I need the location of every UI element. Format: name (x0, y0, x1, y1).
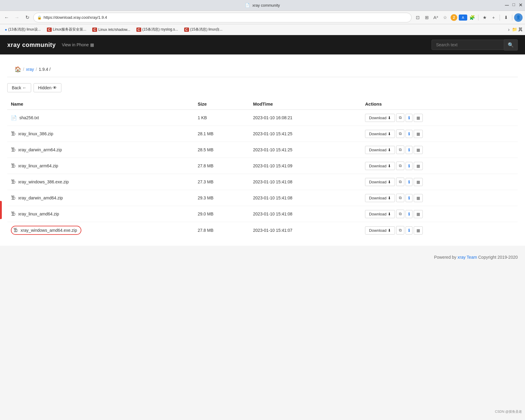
info-button[interactable]: ℹ (406, 194, 412, 202)
download-label: Download (369, 180, 386, 184)
bookmark-item-1[interactable]: ● (13条消息) linux设... (2, 26, 43, 33)
download-icon: ⬇ (388, 212, 391, 216)
qr-icon: ▦ (416, 116, 420, 120)
bookmark-label-3: Linux /etc/shadow... (98, 28, 130, 32)
table-row: 🗜 xray_darwin_amd64.zip 29.3 MB 2023-01-… (7, 190, 518, 206)
copy-link-button[interactable]: ⧉ (396, 210, 404, 218)
file-name-cell: 📄 sha256.txt (7, 110, 194, 126)
download-button[interactable]: Download ⬇ (365, 194, 395, 202)
breadcrumb-home[interactable]: 🏠 (15, 66, 21, 73)
download-label: Download (369, 196, 386, 200)
copy-icon: ⧉ (399, 131, 402, 136)
favorites-button[interactable]: ☆ (441, 13, 449, 22)
table-row: 🗜 xray_linux_amd64.zip 29.0 MB 2023-01-1… (7, 206, 518, 222)
collections-button[interactable]: 2 (450, 13, 458, 22)
qr-button[interactable]: ▦ (414, 210, 423, 218)
info-button[interactable]: ℹ (406, 130, 412, 138)
file-actions: Download ⬇ ⧉ ℹ ▦ (361, 158, 518, 174)
copy-link-button[interactable]: ⧉ (396, 162, 404, 170)
footer-link[interactable]: xray Team (458, 255, 477, 260)
address-bar[interactable]: 🔒 https://download.xray.cool/xray/1.9.4 (33, 13, 412, 22)
table-row: 🗜 xray_windows_386.exe.zip 27.3 MB 2023-… (7, 174, 518, 190)
hidden-button[interactable]: Hidden 👁 (34, 83, 61, 92)
highlight-circle: 🗜 xray_windows_amd64.exe.zip (11, 226, 81, 235)
copy-link-button[interactable]: ⧉ (396, 130, 404, 138)
profile-button[interactable]: A (459, 15, 467, 21)
copy-link-button[interactable]: ⧉ (396, 226, 404, 235)
maximize-icon[interactable]: □ (513, 2, 515, 8)
bookmark-item-5[interactable]: C (15条消息) linux自... (182, 26, 225, 33)
action-buttons: Download ⬇ ⧉ ℹ ▦ (365, 113, 514, 122)
info-button[interactable]: ℹ (406, 162, 412, 170)
col-size: Size (194, 98, 249, 110)
file-toolbar: Back ← Hidden 👁 (7, 83, 518, 92)
file-actions: Download ⬇ ⧉ ℹ ▦ (361, 126, 518, 142)
bookmark-folder-icon[interactable]: 📁 其 (512, 27, 523, 32)
bookmark-item-2[interactable]: C Linux服务器安全策... (44, 26, 89, 33)
table-row: 📄 sha256.txt 1 KB 2023-01-10 16:08:21 Do… (7, 110, 518, 126)
info-button[interactable]: ℹ (406, 178, 412, 186)
close-icon[interactable]: ✕ (519, 2, 523, 8)
qr-button[interactable]: ▦ (414, 226, 423, 235)
favorites-star-button[interactable]: ★ (480, 13, 489, 22)
minimize-icon[interactable]: ─ (505, 2, 509, 8)
bookmark-icon-3: C (92, 28, 97, 32)
download-button[interactable]: Download ⬇ (365, 178, 395, 186)
extensions-button[interactable]: 🧩 (468, 13, 476, 22)
bookmark-item-3[interactable]: C Linux /etc/shadow... (90, 26, 132, 33)
info-button[interactable]: ℹ (406, 226, 412, 235)
reload-button[interactable]: ↻ (23, 13, 31, 22)
download-button[interactable]: Download ⬇ (365, 114, 395, 122)
search-input[interactable] (432, 40, 504, 50)
qr-button[interactable]: ▦ (414, 130, 423, 138)
reader-mode-button[interactable]: Aᵃ (432, 13, 440, 22)
view-in-phone-link[interactable]: View in Phone ▦ (62, 42, 94, 47)
tab-search-button[interactable]: ⊞ (422, 13, 431, 22)
qr-button[interactable]: ▦ (414, 194, 423, 202)
qr-button[interactable]: ▦ (414, 162, 423, 170)
copy-link-button[interactable]: ⧉ (396, 178, 404, 186)
file-size: 28.1 MB (194, 126, 249, 142)
copy-link-button[interactable]: ⧉ (396, 146, 404, 154)
download-button[interactable]: Download ⬇ (365, 162, 395, 170)
file-name-text: xray_linux_amd64.zip (18, 212, 59, 216)
file-name-text: sha256.txt (19, 115, 39, 120)
download-button[interactable]: Download ⬇ (365, 146, 395, 154)
file-actions: Download ⬇ ⧉ ℹ ▦ (361, 222, 518, 239)
bookmark-icon-4: C (136, 28, 141, 32)
browser-toolbar-icons: ⊡ ⊞ Aᵃ ☆ 2 A 🧩 ★ + ⬇ 👤 (413, 13, 523, 22)
table-row: 🗜 xray_linux_386.zip 28.1 MB 2023-01-10 … (7, 126, 518, 142)
breadcrumb: 🏠 / xray / 1.9.4 / (7, 62, 518, 77)
info-button[interactable]: ℹ (406, 146, 412, 154)
bookmarks-more-button[interactable]: › (508, 27, 510, 32)
download-button[interactable]: Download ⬇ (365, 226, 395, 235)
info-button[interactable]: ℹ (406, 114, 412, 122)
add-tab-button[interactable]: + (489, 13, 498, 22)
tab-icon: 📄 (245, 3, 250, 8)
back-button[interactable]: ← (2, 13, 11, 22)
qr-icon: ▦ (416, 132, 420, 136)
copy-link-button[interactable]: ⧉ (396, 194, 404, 202)
bookmark-item-4[interactable]: C (15条消息) rsyslog.s... (134, 26, 181, 33)
download-button[interactable]: Download ⬇ (365, 130, 395, 138)
cast-button[interactable]: ⊡ (413, 13, 422, 22)
forward-button[interactable]: → (13, 13, 21, 22)
download-button[interactable]: Download ⬇ (365, 210, 395, 218)
file-modtime: 2023-01-10 15:41:25 (249, 126, 361, 142)
qr-button[interactable]: ▦ (414, 178, 423, 186)
search-button[interactable]: 🔍 (504, 39, 518, 51)
breadcrumb-sep-2: / (36, 67, 37, 72)
download-label: Download (369, 212, 386, 216)
download-browser-button[interactable]: ⬇ (502, 13, 510, 22)
file-actions: Download ⬇ ⧉ ℹ ▦ (361, 110, 518, 126)
back-button-toolbar[interactable]: Back ← (7, 83, 31, 92)
info-button[interactable]: ℹ (406, 210, 412, 218)
file-name-cell: 🗜 xray_linux_arm64.zip (7, 158, 194, 174)
copy-link-button[interactable]: ⧉ (396, 113, 404, 122)
breadcrumb-xray[interactable]: xray (26, 67, 34, 72)
user-avatar[interactable]: 👤 (514, 13, 523, 22)
qr-button[interactable]: ▦ (414, 146, 423, 154)
back-label: Back ← (12, 85, 27, 90)
view-in-phone-label: View in Phone (62, 42, 89, 47)
qr-button[interactable]: ▦ (414, 114, 423, 122)
